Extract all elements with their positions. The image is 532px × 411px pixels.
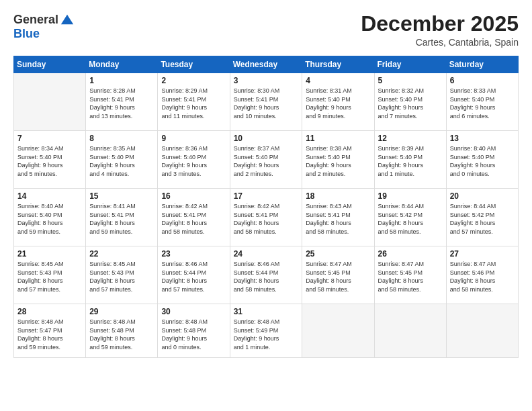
day-info: Sunrise: 8:39 AM Sunset: 5:40 PM Dayligh… — [378, 144, 443, 178]
day-number: 29 — [89, 307, 154, 316]
table-row: 8Sunrise: 8:35 AM Sunset: 5:40 PM Daylig… — [86, 131, 158, 189]
day-info: Sunrise: 8:42 AM Sunset: 5:41 PM Dayligh… — [234, 202, 299, 236]
day-info: Sunrise: 8:40 AM Sunset: 5:40 PM Dayligh… — [450, 144, 515, 178]
calendar-week-row: 21Sunrise: 8:45 AM Sunset: 5:43 PM Dayli… — [14, 246, 519, 304]
title-block: December 2025 Cartes, Cantabria, Spain — [361, 12, 519, 48]
day-number: 9 — [161, 134, 226, 143]
logo-blue-text: Blue — [13, 27, 40, 41]
location: Cartes, Cantabria, Spain — [361, 37, 519, 48]
day-number: 10 — [234, 134, 299, 143]
table-row: 17Sunrise: 8:42 AM Sunset: 5:41 PM Dayli… — [230, 189, 302, 246]
day-info: Sunrise: 8:48 AM Sunset: 5:49 PM Dayligh… — [234, 318, 299, 351]
svg-marker-0 — [61, 15, 73, 25]
day-info: Sunrise: 8:30 AM Sunset: 5:41 PM Dayligh… — [234, 87, 299, 120]
day-number: 30 — [161, 307, 226, 316]
day-info: Sunrise: 8:44 AM Sunset: 5:42 PM Dayligh… — [450, 202, 515, 236]
table-row: 14Sunrise: 8:40 AM Sunset: 5:40 PM Dayli… — [14, 189, 86, 246]
logo: General Blue — [13, 12, 75, 41]
day-info: Sunrise: 8:47 AM Sunset: 5:45 PM Dayligh… — [378, 260, 443, 293]
day-number: 22 — [89, 249, 154, 259]
day-info: Sunrise: 8:36 AM Sunset: 5:40 PM Dayligh… — [161, 144, 226, 178]
calendar-header-row: Sunday Monday Tuesday Wednesday Thursday… — [14, 56, 519, 73]
table-row: 11Sunrise: 8:38 AM Sunset: 5:40 PM Dayli… — [302, 131, 374, 189]
calendar-table: Sunday Monday Tuesday Wednesday Thursday… — [13, 56, 519, 358]
day-info: Sunrise: 8:34 AM Sunset: 5:40 PM Dayligh… — [17, 144, 82, 178]
col-tuesday: Tuesday — [158, 56, 230, 73]
calendar-week-row: 28Sunrise: 8:48 AM Sunset: 5:47 PM Dayli… — [14, 304, 519, 358]
day-info: Sunrise: 8:48 AM Sunset: 5:48 PM Dayligh… — [89, 318, 154, 351]
day-info: Sunrise: 8:33 AM Sunset: 5:40 PM Dayligh… — [450, 87, 515, 120]
day-info: Sunrise: 8:31 AM Sunset: 5:40 PM Dayligh… — [306, 87, 370, 120]
day-number: 2 — [161, 76, 226, 85]
table-row: 19Sunrise: 8:44 AM Sunset: 5:42 PM Dayli… — [374, 189, 446, 246]
day-number: 23 — [161, 249, 226, 259]
day-info: Sunrise: 8:46 AM Sunset: 5:44 PM Dayligh… — [234, 260, 299, 293]
logo-general-text: General — [13, 13, 58, 27]
table-row — [446, 304, 518, 358]
day-info: Sunrise: 8:38 AM Sunset: 5:40 PM Dayligh… — [306, 144, 370, 178]
day-number: 17 — [234, 191, 299, 201]
day-number: 19 — [378, 191, 443, 201]
day-info: Sunrise: 8:46 AM Sunset: 5:44 PM Dayligh… — [161, 260, 226, 293]
day-number: 16 — [161, 191, 226, 201]
day-number: 5 — [378, 76, 443, 85]
table-row: 16Sunrise: 8:42 AM Sunset: 5:41 PM Dayli… — [158, 189, 230, 246]
table-row: 28Sunrise: 8:48 AM Sunset: 5:47 PM Dayli… — [14, 304, 86, 358]
month-title: December 2025 — [361, 12, 519, 36]
day-number: 11 — [306, 134, 370, 143]
col-wednesday: Wednesday — [230, 56, 302, 73]
table-row — [302, 304, 374, 358]
table-row: 30Sunrise: 8:48 AM Sunset: 5:48 PM Dayli… — [158, 304, 230, 358]
table-row: 1Sunrise: 8:28 AM Sunset: 5:41 PM Daylig… — [86, 73, 158, 131]
table-row: 23Sunrise: 8:46 AM Sunset: 5:44 PM Dayli… — [158, 246, 230, 304]
table-row — [14, 73, 86, 131]
table-row: 18Sunrise: 8:43 AM Sunset: 5:41 PM Dayli… — [302, 189, 374, 246]
day-number: 7 — [17, 134, 82, 143]
table-row: 10Sunrise: 8:37 AM Sunset: 5:40 PM Dayli… — [230, 131, 302, 189]
day-number: 27 — [450, 249, 515, 259]
day-number: 31 — [234, 307, 299, 316]
day-number: 15 — [89, 191, 154, 201]
day-number: 3 — [234, 76, 299, 85]
col-saturday: Saturday — [446, 56, 518, 73]
calendar-week-row: 1Sunrise: 8:28 AM Sunset: 5:41 PM Daylig… — [14, 73, 519, 131]
day-number: 12 — [378, 134, 443, 143]
day-info: Sunrise: 8:47 AM Sunset: 5:45 PM Dayligh… — [306, 260, 370, 293]
day-number: 26 — [378, 249, 443, 259]
table-row — [374, 304, 446, 358]
table-row: 20Sunrise: 8:44 AM Sunset: 5:42 PM Dayli… — [446, 189, 518, 246]
day-number: 4 — [306, 76, 370, 85]
day-info: Sunrise: 8:43 AM Sunset: 5:41 PM Dayligh… — [306, 202, 370, 236]
day-number: 21 — [17, 249, 82, 259]
logo-icon — [60, 12, 75, 27]
day-info: Sunrise: 8:48 AM Sunset: 5:48 PM Dayligh… — [161, 318, 226, 351]
day-number: 6 — [450, 76, 515, 85]
table-row: 9Sunrise: 8:36 AM Sunset: 5:40 PM Daylig… — [158, 131, 230, 189]
day-number: 13 — [450, 134, 515, 143]
calendar-week-row: 7Sunrise: 8:34 AM Sunset: 5:40 PM Daylig… — [14, 131, 519, 189]
day-info: Sunrise: 8:41 AM Sunset: 5:41 PM Dayligh… — [89, 202, 154, 236]
day-info: Sunrise: 8:32 AM Sunset: 5:40 PM Dayligh… — [378, 87, 443, 120]
day-number: 8 — [89, 134, 154, 143]
day-info: Sunrise: 8:35 AM Sunset: 5:40 PM Dayligh… — [89, 144, 154, 178]
day-number: 25 — [306, 249, 370, 259]
day-info: Sunrise: 8:45 AM Sunset: 5:43 PM Dayligh… — [17, 260, 82, 293]
col-friday: Friday — [374, 56, 446, 73]
table-row: 21Sunrise: 8:45 AM Sunset: 5:43 PM Dayli… — [14, 246, 86, 304]
day-info: Sunrise: 8:47 AM Sunset: 5:46 PM Dayligh… — [450, 260, 515, 293]
table-row: 24Sunrise: 8:46 AM Sunset: 5:44 PM Dayli… — [230, 246, 302, 304]
table-row: 29Sunrise: 8:48 AM Sunset: 5:48 PM Dayli… — [86, 304, 158, 358]
day-number: 28 — [17, 307, 82, 316]
day-number: 18 — [306, 191, 370, 201]
table-row: 5Sunrise: 8:32 AM Sunset: 5:40 PM Daylig… — [374, 73, 446, 131]
table-row: 13Sunrise: 8:40 AM Sunset: 5:40 PM Dayli… — [446, 131, 518, 189]
table-row: 2Sunrise: 8:29 AM Sunset: 5:41 PM Daylig… — [158, 73, 230, 131]
day-number: 20 — [450, 191, 515, 201]
table-row: 3Sunrise: 8:30 AM Sunset: 5:41 PM Daylig… — [230, 73, 302, 131]
col-monday: Monday — [86, 56, 158, 73]
day-number: 24 — [234, 249, 299, 259]
day-number: 1 — [89, 76, 154, 85]
day-info: Sunrise: 8:29 AM Sunset: 5:41 PM Dayligh… — [161, 87, 226, 120]
day-info: Sunrise: 8:44 AM Sunset: 5:42 PM Dayligh… — [378, 202, 443, 236]
table-row: 31Sunrise: 8:48 AM Sunset: 5:49 PM Dayli… — [230, 304, 302, 358]
